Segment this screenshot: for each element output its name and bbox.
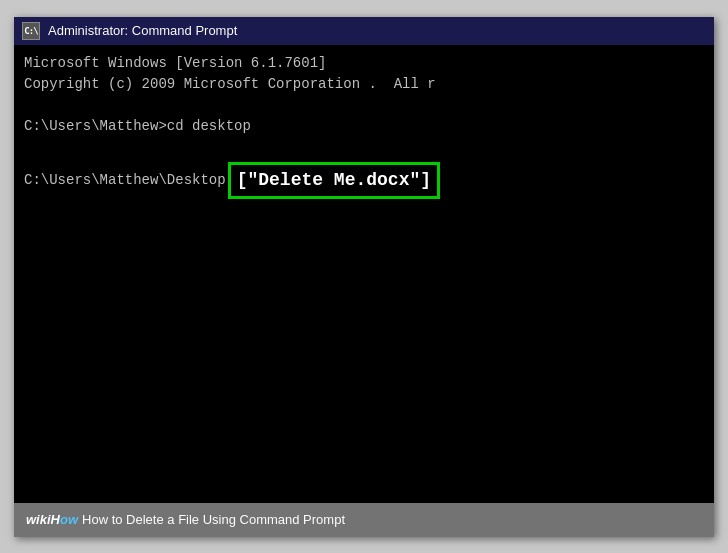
- ow-text: ow: [60, 512, 78, 527]
- cmd-line-8: [24, 220, 704, 241]
- cmd-line-12: [24, 304, 704, 325]
- window: C:\ Administrator: Command Prompt Micros…: [14, 17, 714, 537]
- cmd-content-area[interactable]: Microsoft Windows [Version 6.1.7601] Cop…: [14, 45, 714, 503]
- cmd-highlight-box: ["Delete Me.docx"]: [228, 162, 440, 199]
- title-bar: C:\ Administrator: Command Prompt: [14, 17, 714, 45]
- cmd-line-13: [24, 325, 704, 346]
- cmd-line-2: Copyright (c) 2009 Microsoft Corporation…: [24, 74, 704, 95]
- wiki-logo: wikiHow: [26, 512, 78, 527]
- cmd-line-9: [24, 241, 704, 262]
- cmd-line-3: [24, 95, 704, 116]
- cmd-line-10: [24, 262, 704, 283]
- cmd-line-11: [24, 283, 704, 304]
- wiki-text: wiki: [26, 512, 51, 527]
- how-text: H: [51, 512, 60, 527]
- window-title: Administrator: Command Prompt: [48, 23, 237, 38]
- cmd-line-5: [24, 137, 704, 158]
- cmd-line-4: C:\Users\Matthew>cd desktop: [24, 116, 704, 137]
- cmd-line-6-prefix: C:\Users\Matthew\Desktop: [24, 170, 226, 191]
- bottom-bar: wikiHow How to Delete a File Using Comma…: [14, 503, 714, 537]
- cmd-icon: C:\: [22, 22, 40, 40]
- cmd-line-7: [24, 199, 704, 220]
- cmd-line-1: Microsoft Windows [Version 6.1.7601]: [24, 53, 704, 74]
- cmd-line-6: C:\Users\Matthew\Desktop ["Delete Me.doc…: [24, 162, 704, 199]
- bottom-title: How to Delete a File Using Command Promp…: [82, 512, 345, 527]
